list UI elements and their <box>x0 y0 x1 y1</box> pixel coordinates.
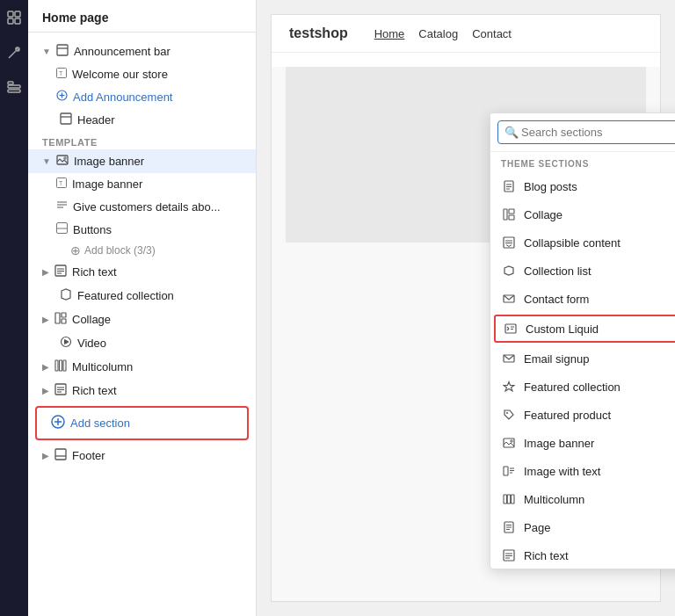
sidebar-item-header[interactable]: Header <box>28 108 256 132</box>
email-signup-label: Email signup <box>524 352 589 366</box>
footer-label: Footer <box>72 449 242 462</box>
svg-rect-32 <box>62 313 66 317</box>
header-label: Header <box>77 113 242 127</box>
main-sidebar: Home page ▼ Announcement bar T Welcome o… <box>28 0 257 616</box>
give-customers-label: Give customers details abo... <box>73 200 242 214</box>
preview-area: testshop Home Catalog Contact → 🔍 THEME … <box>257 0 675 616</box>
blocks-icon[interactable] <box>4 77 25 98</box>
nav-catalog[interactable]: Catalog <box>418 27 458 40</box>
collage-d-icon <box>501 207 517 222</box>
sidebar-item-rich-text-2[interactable]: ▶ Rich text <box>28 379 256 402</box>
grid-icon[interactable] <box>4 7 25 28</box>
add-section-dropdown: 🔍 THEME SECTIONS Blog posts Collage <box>490 112 675 569</box>
video-label: Video <box>77 337 242 350</box>
chevron-right-icon: ▶ <box>42 267 49 277</box>
doc-icon <box>501 178 517 194</box>
sidebar-item-give-customers[interactable]: Give customers details abo... <box>28 195 256 218</box>
store-header: testshop Home Catalog Contact <box>272 15 660 53</box>
chevron-right-icon-5: ▶ <box>42 451 49 460</box>
add-block-btn[interactable]: ⊕ Add block (3/3) <box>28 241 256 260</box>
lines-icon <box>56 199 68 214</box>
sidebar-item-featured-collection[interactable]: Featured collection <box>28 284 256 308</box>
dropdown-item-featured-product[interactable]: Featured product <box>490 401 675 429</box>
svg-rect-73 <box>507 495 511 504</box>
richtext-icon-sm-2 <box>54 383 67 398</box>
code-icon <box>503 321 519 337</box>
theme-sections-label: THEME SECTIONS <box>490 152 675 172</box>
sidebar-item-rich-text-1[interactable]: ▶ Rich text <box>28 260 256 284</box>
collapsible-label: Collapsible content <box>524 236 621 250</box>
nav-home[interactable]: Home <box>374 27 405 40</box>
svg-rect-46 <box>55 449 66 460</box>
sidebar-item-buttons[interactable]: Buttons <box>28 218 256 241</box>
multicolumn-icon <box>54 359 67 374</box>
svg-rect-7 <box>8 90 20 92</box>
plus-circle-icon <box>56 90 68 104</box>
store-nav: Home Catalog Contact <box>374 27 512 40</box>
rich-text-1-label: Rich text <box>72 265 242 279</box>
svg-marker-35 <box>65 340 69 344</box>
sidebar-item-footer[interactable]: ▶ Footer <box>28 444 256 467</box>
collection-list-label: Collection list <box>524 265 592 278</box>
image-banner-group-label: Image banner <box>74 155 242 168</box>
chevron-down-icon-2: ▼ <box>42 156 51 166</box>
contact-form-label: Contact form <box>524 293 589 306</box>
rich-text-2-label: Rich text <box>72 384 242 397</box>
svg-rect-9 <box>57 45 68 55</box>
page-title: Home page <box>42 11 242 25</box>
dropdown-item-collage[interactable]: Collage <box>490 200 675 228</box>
add-section-label: Add section <box>70 417 130 430</box>
search-sections-input[interactable] <box>497 120 675 144</box>
svg-rect-38 <box>63 360 66 371</box>
sidebar-content: ▼ Announcement bar T Welcome our store A… <box>28 33 256 616</box>
sidebar-item-welcome[interactable]: T Welcome our store <box>28 63 256 85</box>
svg-point-19 <box>64 157 66 159</box>
svg-rect-31 <box>55 313 60 323</box>
collage-icon <box>54 312 67 327</box>
dropdown-item-featured-collection[interactable]: Featured collection <box>490 373 675 401</box>
sidebar-item-image-banner[interactable]: T Image banner <box>28 173 256 195</box>
dropdown-item-collapsible[interactable]: Collapsible content <box>490 228 675 257</box>
custom-liquid-label: Custom Liquid <box>526 322 599 336</box>
sidebar-item-multicolumn[interactable]: ▶ Multicolumn <box>28 355 256 379</box>
sidebar-item-collage[interactable]: ▶ Collage <box>28 308 256 331</box>
sidebar-item-add-announcement[interactable]: Add Announcement <box>28 85 256 108</box>
sidebar-item-image-banner-group[interactable]: ▼ Image banner <box>28 149 256 173</box>
mail2-icon <box>501 351 517 366</box>
sidebar-item-announcement-bar[interactable]: ▼ Announcement bar <box>28 40 256 63</box>
buttons-label: Buttons <box>73 223 242 236</box>
page-label: Page <box>524 521 550 534</box>
dropdown-item-image-with-text[interactable]: Image with text <box>490 457 675 485</box>
collage-d-label: Collage <box>524 208 562 221</box>
dropdown-item-multicolumn[interactable]: Multicolumn <box>490 485 675 513</box>
dropdown-item-custom-liquid[interactable]: Custom Liquid <box>494 315 675 343</box>
svg-point-65 <box>506 412 508 414</box>
svg-rect-0 <box>8 11 13 17</box>
svg-rect-33 <box>62 319 66 323</box>
dropdown-item-image-banner[interactable]: Image banner <box>490 429 675 457</box>
svg-rect-36 <box>55 360 58 371</box>
chevron-right-icon-2: ▶ <box>42 315 49 324</box>
svg-rect-74 <box>512 495 515 504</box>
text-t-icon-2: T <box>56 178 67 191</box>
dropdown-item-page[interactable]: Page <box>490 513 675 541</box>
dropdown-item-blog-posts[interactable]: Blog posts <box>490 172 675 200</box>
svg-rect-8 <box>8 82 13 84</box>
wand-icon[interactable] <box>4 42 25 63</box>
dropdown-item-collection-list[interactable]: Collection list <box>490 257 675 285</box>
layout-icon <box>56 44 69 59</box>
add-block-label: Add block (3/3) <box>84 244 156 257</box>
image-d-icon <box>501 435 517 451</box>
image-icon <box>56 154 69 169</box>
dropdown-item-contact-form[interactable]: Contact form <box>490 285 675 313</box>
sidebar-item-video[interactable]: Video <box>28 331 256 355</box>
dropdown-item-email-signup[interactable]: Email signup <box>490 344 675 373</box>
multicolumn-d-icon <box>501 491 517 507</box>
nav-contact[interactable]: Contact <box>472 27 512 40</box>
dropdown-item-rich-text[interactable]: Rich text <box>490 541 675 569</box>
search-box: 🔍 <box>490 113 675 152</box>
add-section-button[interactable]: Add section <box>35 406 249 440</box>
collapse-icon <box>501 235 517 250</box>
chevron-right-icon-4: ▶ <box>42 386 49 395</box>
blog-posts-label: Blog posts <box>524 180 577 193</box>
